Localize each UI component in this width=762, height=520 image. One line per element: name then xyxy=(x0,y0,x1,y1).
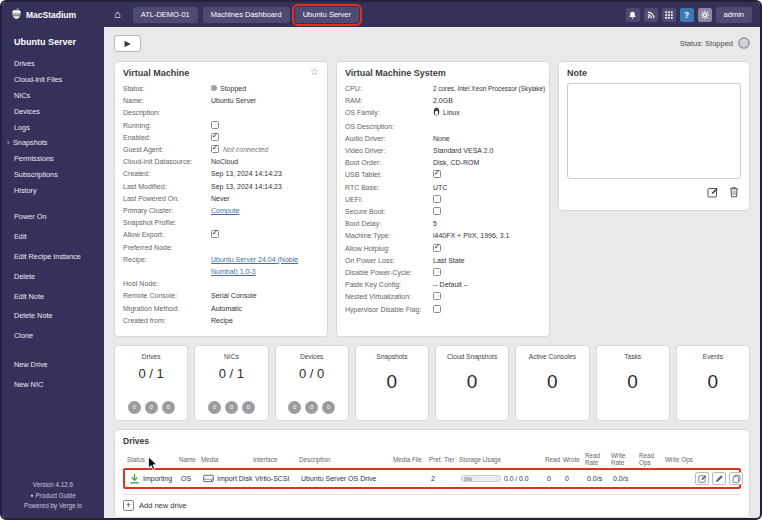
field-value: 2 cores, Intel Xeon Processor (Skylake) xyxy=(433,83,545,95)
vm-field-created: Created:Sep 13, 2024 14:14:23 xyxy=(123,168,319,180)
drive-status: Importing xyxy=(143,475,172,482)
drive-table-row[interactable]: Importing OS Import Disk Virtio-SCSI Ubu… xyxy=(123,468,741,489)
card-value: 0 / 1 xyxy=(219,366,244,381)
checkbox[interactable] xyxy=(433,292,441,300)
card-value: 0 xyxy=(708,371,719,393)
stat-card-tasks[interactable]: Tasks 0 xyxy=(596,345,670,421)
field-value: Disk, CD-ROM xyxy=(433,157,541,169)
field-label: Enabled: xyxy=(123,132,211,144)
sidebar-item-new-nic[interactable]: New NIC xyxy=(2,374,104,394)
column-header[interactable]: Write Ops xyxy=(665,456,693,463)
column-header[interactable]: Read Ops xyxy=(639,452,665,466)
sidebar-item-power-on[interactable]: Power On xyxy=(2,207,104,227)
sidebar-item-logs[interactable]: Logs xyxy=(2,119,104,135)
sidebar-item-devices[interactable]: Devices xyxy=(2,103,104,119)
sidebar-item-snapshots[interactable]: ›Snapshots xyxy=(2,135,104,151)
edit-note-button[interactable] xyxy=(707,186,719,198)
add-new-drive-label: Add new drive xyxy=(139,501,187,510)
nav-ubuntu-server[interactable]: Ubuntu Server xyxy=(295,7,359,23)
column-header[interactable]: Status xyxy=(127,456,179,463)
sidebar-item-subscriptions[interactable]: Subscriptions xyxy=(2,166,104,182)
settings-gear-icon[interactable] xyxy=(698,8,712,22)
sidebar-item-delete-note[interactable]: Delete Note xyxy=(2,306,104,326)
drive-rename-pencil-button[interactable] xyxy=(712,472,726,485)
sys-field-hypervisor-disable-flag: Hypervisor Disable Flag: xyxy=(345,304,541,316)
add-new-drive-button[interactable]: + Add new drive xyxy=(123,494,741,511)
macstadium-logo[interactable]: MacStadium xyxy=(10,8,76,21)
column-header[interactable]: Media File xyxy=(393,456,429,463)
sidebar-item-new-drive[interactable]: New Drive xyxy=(2,355,104,375)
sidebar-item-nics[interactable]: NICs xyxy=(2,88,104,104)
sidebar-item-history[interactable]: History xyxy=(2,182,104,198)
field-value: Sep 13, 2024 14:14:23 xyxy=(211,168,319,180)
stat-card-snapshots[interactable]: Snapshots 0 xyxy=(355,345,429,421)
field-label: CPU: xyxy=(345,83,433,95)
stat-card-active-consoles[interactable]: Active Consoles 0 xyxy=(515,345,589,421)
checkbox[interactable] xyxy=(211,133,219,141)
checkbox[interactable] xyxy=(433,207,441,215)
recipe-link[interactable]: Ubuntu Server 24.04 (Noble Numbat) 1.0-3 xyxy=(211,254,319,278)
notifications-bell-icon[interactable] xyxy=(626,8,640,22)
sidebar-item-cloud-init-files[interactable]: Cloud-init Files xyxy=(2,72,104,88)
field-label: Allow Export: xyxy=(123,229,211,241)
feed-rss-icon[interactable] xyxy=(644,8,658,22)
checkbox[interactable] xyxy=(433,244,441,252)
column-header[interactable]: Description xyxy=(299,456,393,463)
sidebar-item-edit-note[interactable]: Edit Note xyxy=(2,286,104,306)
column-header[interactable]: Storage Usage xyxy=(459,456,545,463)
stat-card-nics[interactable]: NICs 0 / 1 000 xyxy=(194,345,268,421)
stat-card-devices[interactable]: Devices 0 / 0 000 xyxy=(275,345,349,421)
column-header[interactable]: Media xyxy=(201,456,253,463)
power-on-play-button[interactable]: ▶ xyxy=(114,35,141,52)
column-header[interactable]: Pref. Tier xyxy=(429,456,459,463)
status-indicator-icon xyxy=(738,37,750,49)
stat-card-drives[interactable]: Drives 0 / 1 000 xyxy=(114,345,188,421)
sidebar-item-permissions[interactable]: Permissions xyxy=(2,151,104,167)
sidebar-item-drives[interactable]: Drives xyxy=(2,56,104,72)
vm-status-text: Status: Stopped xyxy=(680,39,733,48)
apps-grid-icon[interactable] xyxy=(662,8,676,22)
field-label: Video Driver: xyxy=(345,145,433,157)
drive-write-rate: 0.0/s xyxy=(613,475,641,482)
column-header[interactable]: Interface xyxy=(253,456,299,463)
drive-edit-button[interactable] xyxy=(695,472,709,485)
sidebar-item-edit[interactable]: Edit xyxy=(2,227,104,247)
stat-card-cloud-snapshots[interactable]: Cloud Snapshots 0 xyxy=(435,345,509,421)
column-header[interactable]: Read Rate xyxy=(585,452,611,466)
admin-button[interactable]: admin xyxy=(716,7,752,23)
checkbox[interactable] xyxy=(433,195,441,203)
sidebar-item-delete[interactable]: Delete xyxy=(2,266,104,286)
status-badge: 0 xyxy=(162,401,175,414)
column-header[interactable]: Write Rate xyxy=(611,452,639,466)
field-value: Ubuntu Server xyxy=(211,95,319,107)
drive-clone-copy-button[interactable] xyxy=(729,472,743,485)
column-header[interactable]: Wrote xyxy=(563,456,585,463)
nav-atl-demo-01[interactable]: ATL-DEMO-01 xyxy=(133,7,198,23)
delete-note-trash-icon[interactable] xyxy=(729,186,739,198)
product-guide-link[interactable]: ●Product Guide xyxy=(2,490,104,501)
note-textarea[interactable] xyxy=(567,83,741,179)
field-label: Paste Key Config: xyxy=(345,279,433,291)
field-value: 2.0GB xyxy=(433,95,541,107)
checkbox[interactable] xyxy=(211,121,219,129)
stat-card-events[interactable]: Events 0 xyxy=(676,345,750,421)
favorite-star-icon[interactable]: ☆ xyxy=(310,66,319,77)
checkbox[interactable] xyxy=(433,170,441,178)
field-label: Status: xyxy=(123,83,211,95)
checkbox[interactable] xyxy=(211,145,219,153)
primary-cluster-link[interactable]: Compute xyxy=(211,205,319,217)
column-header[interactable]: Read xyxy=(545,456,563,463)
drive-pref-tier: 2 xyxy=(431,475,461,482)
sys-field-machine-type: Machine Type:i440FX + PIIX, 1996, 3.1 xyxy=(345,230,541,242)
card-label: NICs xyxy=(224,353,239,360)
field-label: Hypervisor Disable Flag: xyxy=(345,304,433,316)
nav-machines-dashboard[interactable]: Machines Dashboard xyxy=(203,7,290,23)
checkbox[interactable] xyxy=(433,305,441,313)
checkbox[interactable] xyxy=(211,230,219,238)
column-header[interactable]: Name xyxy=(179,456,201,463)
sidebar-item-edit-recipe-instance[interactable]: Edit Recipe Instance xyxy=(2,247,104,267)
sidebar-item-clone[interactable]: Clone xyxy=(2,326,104,346)
help-icon[interactable]: ? xyxy=(680,8,694,22)
checkbox[interactable] xyxy=(433,268,441,276)
home-icon[interactable]: ⌂ xyxy=(114,9,121,20)
